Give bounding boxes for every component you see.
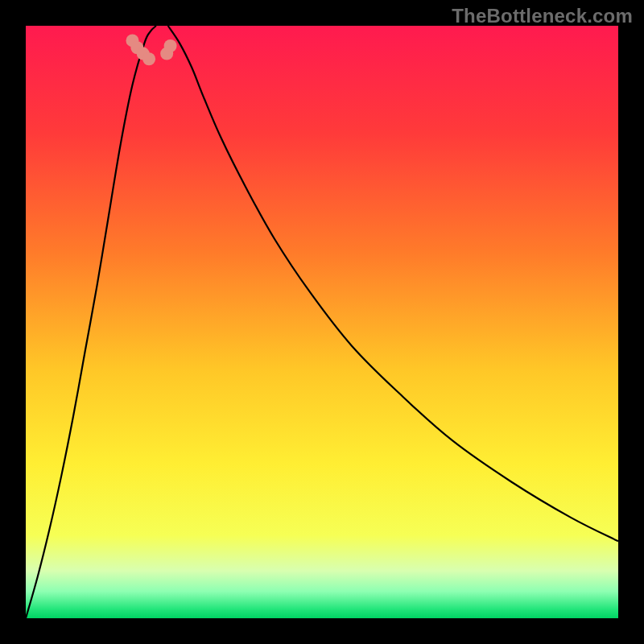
watermark-text: TheBottleneck.com (452, 5, 633, 27)
marker-dot (164, 39, 177, 52)
marker-dot (142, 52, 155, 65)
gradient-background (26, 26, 618, 618)
plot-area (26, 26, 618, 618)
plot-svg (26, 26, 618, 618)
chart-frame: TheBottleneck.com (0, 0, 644, 644)
